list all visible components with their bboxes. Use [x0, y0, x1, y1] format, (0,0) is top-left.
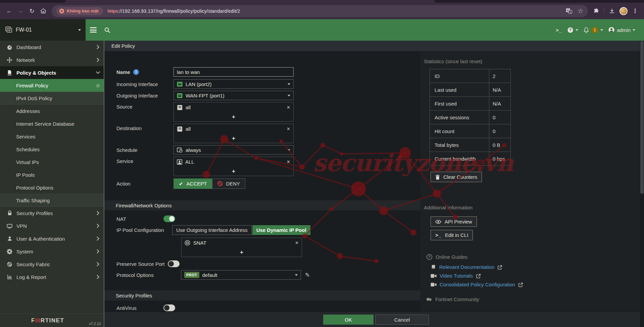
remove-icon[interactable]: ✕	[295, 240, 299, 245]
stats-value: N/A	[489, 83, 511, 97]
device-name: FW-01	[16, 27, 32, 33]
protocol-options-select[interactable]: PROT default	[181, 270, 301, 280]
home-icon	[40, 8, 46, 14]
sidebar-item-addresses[interactable]: Addresses	[0, 105, 104, 117]
sidebar-item-vpn[interactable]: VPN	[0, 219, 104, 232]
schedule-icon	[177, 147, 183, 153]
add-ip-pool-button[interactable]: +	[182, 248, 302, 257]
sidebar-item-user-authentication[interactable]: User & Authentication	[0, 232, 104, 245]
address-bar[interactable]: Không bảo mật https://192.168.93.137/ng/…	[52, 5, 588, 17]
preserve-source-port-toggle[interactable]	[168, 260, 180, 267]
sidebar-item-network[interactable]: Network	[0, 53, 104, 66]
address-book-icon	[177, 105, 183, 110]
guide-link-label[interactable]: Video Tutorials	[440, 272, 473, 280]
bookmark-star-icon[interactable]: ☆	[578, 7, 583, 15]
incoming-interface-select[interactable]: LAN (port2)	[174, 79, 294, 89]
source-value: all	[186, 105, 191, 110]
deny-button[interactable]: DENY	[212, 178, 245, 189]
cli-console-icon[interactable]: >_	[556, 27, 562, 33]
sidebar-item-label: Schedules	[16, 147, 40, 152]
search-button[interactable]	[104, 27, 110, 33]
antivirus-row: AntiVirus	[116, 304, 420, 311]
home-button[interactable]	[38, 5, 49, 17]
stats-table-body: ID2Last usedN/AFirst usedN/AActive sessi…	[430, 69, 511, 166]
sidebar-item-internet-service-database[interactable]: Internet Service Database	[0, 117, 104, 130]
external-link-icon[interactable]	[518, 282, 523, 287]
sidebar-item-system[interactable]: System	[0, 245, 104, 258]
guide-link-label[interactable]: Relevant Documentation	[439, 263, 494, 272]
add-source-button[interactable]: +	[174, 112, 293, 121]
admin-menu[interactable]: admin	[608, 27, 635, 33]
cancel-button[interactable]: Cancel	[375, 315, 429, 325]
device-selector[interactable]: FW-01	[0, 19, 86, 41]
browser-menu-icon[interactable]: ⋮	[632, 7, 638, 14]
sidebar-item-ipv4-dos-policy[interactable]: IPv4 DoS Policy	[0, 92, 104, 105]
sidebar-item-security-profiles[interactable]: Security Profiles	[0, 207, 104, 219]
sidebar-item-schedules[interactable]: Schedules	[0, 143, 104, 156]
sidebar-item-protocol-options[interactable]: Protocol Options	[0, 181, 104, 194]
sidebar-item-log-report[interactable]: Log & Report	[0, 271, 104, 283]
schedule-label: Schedule	[116, 147, 174, 153]
fortinet-community-row[interactable]: Fortinet Community	[426, 296, 578, 302]
scrollbar-track[interactable]	[640, 41, 644, 327]
sidebar-item-firewall-policy[interactable]: Firewall Policy☆	[0, 79, 104, 92]
deny-label: DENY	[226, 181, 240, 187]
back-button[interactable]: ←	[3, 5, 15, 17]
url-text[interactable]: https://192.168.93.137/ng/firewall/polic…	[108, 8, 240, 14]
remove-icon[interactable]: ✕	[287, 105, 290, 110]
external-link-icon[interactable]	[476, 274, 481, 279]
nat-toggle[interactable]	[163, 215, 175, 222]
sidebar-item-dashboard[interactable]: Dashboard	[0, 41, 104, 53]
sidebar-item-ip-pools[interactable]: IP Pools	[0, 168, 104, 181]
statistics-title: Statistics (since last reset)	[424, 58, 578, 65]
collapse-menu-button[interactable]	[90, 27, 97, 33]
use-dynamic-ip-pool-button[interactable]: Use Dynamic IP Pool	[252, 225, 310, 235]
accept-button[interactable]: ✔ ACCEPT	[174, 178, 212, 189]
schedule-select[interactable]: always	[174, 145, 294, 155]
downloads-icon[interactable]	[609, 8, 615, 14]
api-preview-button[interactable]: API Preview	[431, 216, 477, 227]
external-link-icon[interactable]	[497, 265, 502, 270]
accept-label: ACCEPT	[187, 181, 207, 187]
guide-link-label[interactable]: Consolidated Policy Configuration	[440, 280, 515, 289]
name-input[interactable]	[174, 67, 294, 77]
snat-entry[interactable]: SNAT ✕	[182, 238, 302, 248]
service-entry[interactable]: ALL ✕	[174, 157, 293, 167]
gear-icon	[6, 248, 13, 255]
favorite-star-icon[interactable]: ☆	[96, 82, 100, 89]
edit-in-cli-button[interactable]: >_ Edit in CLI	[431, 230, 473, 240]
scrollbar-thumb[interactable]	[640, 41, 644, 194]
security-badge[interactable]: Không bảo mật	[56, 7, 103, 15]
extensions-icon[interactable]	[593, 8, 599, 14]
reload-button[interactable]: ↻	[26, 5, 38, 17]
destination-box: all ✕ +	[174, 124, 294, 143]
sidebar-item-virtual-ips[interactable]: Virtual IPs	[0, 156, 104, 168]
antivirus-toggle[interactable]	[163, 304, 175, 311]
sidebar-item-services[interactable]: Services	[0, 130, 104, 143]
stats-label: Active sessions	[430, 111, 489, 124]
svg-text:?: ?	[428, 255, 430, 259]
remove-icon[interactable]: ✕	[287, 126, 290, 131]
notifications-menu[interactable]: 1	[583, 27, 603, 33]
sidebar-item-security-fabric[interactable]: Security Fabric	[0, 258, 104, 271]
clear-counters-button[interactable]: Clear Counters	[431, 172, 482, 182]
profile-avatar[interactable]	[620, 7, 628, 15]
add-service-button[interactable]: +	[174, 167, 293, 176]
remove-icon[interactable]: ✕	[287, 159, 290, 164]
use-outgoing-interface-address-button[interactable]: Use Outgoing Interface Address	[172, 225, 252, 235]
translate-icon[interactable]: GA	[566, 8, 572, 14]
chevron-down-icon	[288, 83, 290, 85]
ok-button[interactable]: OK	[323, 315, 374, 325]
edit-pencil-icon[interactable]: ✎	[305, 272, 310, 279]
source-entry[interactable]: all ✕	[174, 103, 293, 112]
sidebar-item-traffic-shaping[interactable]: Traffic Shaping	[0, 194, 104, 207]
nat-row: NAT	[116, 215, 420, 222]
help-menu[interactable]: ?	[567, 27, 578, 33]
add-destination-button[interactable]: +	[174, 134, 293, 143]
forward-button[interactable]: →	[15, 5, 26, 17]
sidebar-item-policy-objects[interactable]: Policy & Objects	[0, 66, 104, 79]
browser-chrome: ← → ↻ Không bảo mật https://192.168.93.1…	[0, 0, 644, 19]
outgoing-interface-select[interactable]: WAN-FPT (port1)	[174, 91, 294, 100]
destination-entry[interactable]: all ✕	[174, 124, 293, 134]
svg-text:?: ?	[569, 28, 572, 32]
